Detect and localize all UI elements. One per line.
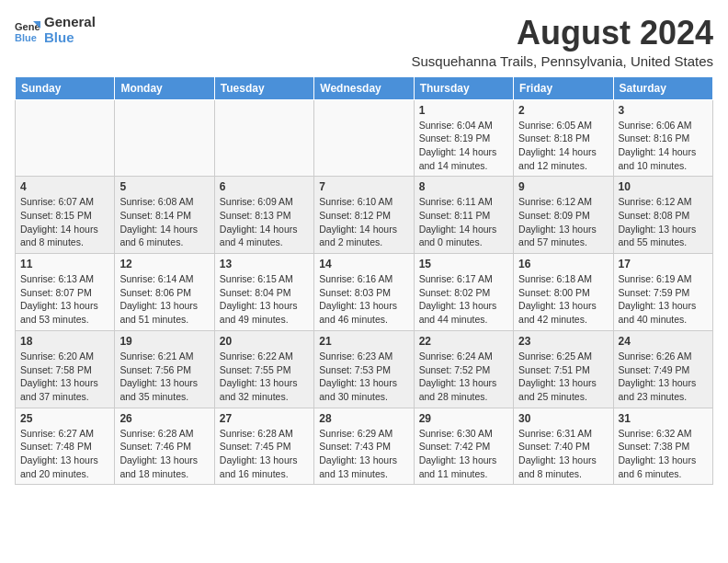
day-cell: 12Sunrise: 6:14 AM Sunset: 8:06 PM Dayli… [115, 254, 214, 331]
day-info: Sunrise: 6:07 AM Sunset: 8:15 PM Dayligh… [20, 195, 109, 249]
day-number: 22 [419, 335, 508, 348]
day-number: 3 [619, 104, 708, 117]
header-cell-sunday: Sunday [16, 76, 115, 99]
day-cell: 24Sunrise: 6:26 AM Sunset: 7:49 PM Dayli… [613, 330, 712, 408]
day-number: 13 [220, 258, 309, 270]
day-info: Sunrise: 6:06 AM Sunset: 8:16 PM Dayligh… [619, 119, 708, 173]
day-cell: 16Sunrise: 6:18 AM Sunset: 8:00 PM Dayli… [514, 254, 613, 331]
day-cell: 30Sunrise: 6:31 AM Sunset: 7:40 PM Dayli… [514, 408, 613, 485]
logo-blue: Blue [44, 30, 96, 46]
calendar-title: August 2024 [411, 15, 713, 52]
day-cell [115, 99, 214, 177]
day-info: Sunrise: 6:04 AM Sunset: 8:19 PM Dayligh… [419, 119, 508, 173]
day-number: 1 [419, 104, 508, 117]
header-cell-saturday: Saturday [613, 76, 712, 99]
day-number: 5 [119, 180, 209, 193]
day-info: Sunrise: 6:05 AM Sunset: 8:18 PM Dayligh… [518, 119, 608, 173]
header-row: SundayMondayTuesdayWednesdayThursdayFrid… [16, 76, 713, 99]
day-number: 10 [619, 180, 708, 193]
day-info: Sunrise: 6:17 AM Sunset: 8:02 PM Dayligh… [419, 272, 508, 327]
day-cell: 21Sunrise: 6:23 AM Sunset: 7:53 PM Dayli… [314, 330, 414, 408]
day-cell: 13Sunrise: 6:15 AM Sunset: 8:04 PM Dayli… [214, 254, 313, 331]
header-cell-wednesday: Wednesday [314, 76, 414, 99]
page-header: General Blue General Blue August 2024 Su… [15, 15, 713, 69]
day-cell: 19Sunrise: 6:21 AM Sunset: 7:56 PM Dayli… [115, 330, 214, 408]
day-info: Sunrise: 6:12 AM Sunset: 8:08 PM Dayligh… [619, 195, 708, 249]
day-number: 26 [119, 412, 209, 425]
week-row-1: 4Sunrise: 6:07 AM Sunset: 8:15 PM Daylig… [16, 177, 713, 254]
day-info: Sunrise: 6:23 AM Sunset: 7:53 PM Dayligh… [319, 350, 408, 404]
calendar-table: SundayMondayTuesdayWednesdayThursdayFrid… [15, 76, 713, 486]
day-number: 28 [319, 412, 408, 425]
day-number: 14 [319, 258, 408, 270]
day-cell: 4Sunrise: 6:07 AM Sunset: 8:15 PM Daylig… [16, 177, 115, 254]
day-number: 15 [419, 258, 508, 270]
day-info: Sunrise: 6:25 AM Sunset: 7:51 PM Dayligh… [518, 350, 608, 404]
day-cell: 14Sunrise: 6:16 AM Sunset: 8:03 PM Dayli… [314, 254, 414, 331]
day-cell: 7Sunrise: 6:10 AM Sunset: 8:12 PM Daylig… [314, 177, 414, 254]
day-info: Sunrise: 6:28 AM Sunset: 7:46 PM Dayligh… [119, 427, 209, 481]
week-row-3: 18Sunrise: 6:20 AM Sunset: 7:58 PM Dayli… [16, 330, 713, 408]
day-number: 27 [220, 412, 309, 425]
day-cell: 15Sunrise: 6:17 AM Sunset: 8:02 PM Dayli… [414, 254, 513, 331]
week-row-0: 1Sunrise: 6:04 AM Sunset: 8:19 PM Daylig… [16, 99, 713, 177]
day-number: 8 [419, 180, 508, 193]
day-info: Sunrise: 6:32 AM Sunset: 7:38 PM Dayligh… [619, 427, 708, 481]
day-info: Sunrise: 6:14 AM Sunset: 8:06 PM Dayligh… [119, 272, 209, 327]
day-cell: 29Sunrise: 6:30 AM Sunset: 7:42 PM Dayli… [414, 408, 513, 485]
logo-icon: General Blue [15, 17, 40, 43]
day-number: 6 [220, 180, 309, 193]
day-number: 31 [619, 412, 708, 425]
logo-general: General [44, 15, 96, 30]
day-info: Sunrise: 6:21 AM Sunset: 7:56 PM Dayligh… [119, 350, 209, 404]
day-info: Sunrise: 6:19 AM Sunset: 7:59 PM Dayligh… [619, 272, 708, 327]
day-info: Sunrise: 6:22 AM Sunset: 7:55 PM Dayligh… [220, 350, 309, 404]
day-cell [16, 99, 115, 177]
day-cell: 22Sunrise: 6:24 AM Sunset: 7:52 PM Dayli… [414, 330, 513, 408]
header-cell-monday: Monday [115, 76, 214, 99]
day-info: Sunrise: 6:09 AM Sunset: 8:13 PM Dayligh… [220, 195, 309, 249]
day-cell: 20Sunrise: 6:22 AM Sunset: 7:55 PM Dayli… [214, 330, 313, 408]
day-info: Sunrise: 6:30 AM Sunset: 7:42 PM Dayligh… [419, 427, 508, 481]
day-cell: 1Sunrise: 6:04 AM Sunset: 8:19 PM Daylig… [414, 99, 513, 177]
header-cell-thursday: Thursday [414, 76, 513, 99]
day-number: 2 [518, 104, 608, 117]
day-cell: 8Sunrise: 6:11 AM Sunset: 8:11 PM Daylig… [414, 177, 513, 254]
title-block: August 2024 Susquehanna Trails, Pennsylv… [411, 15, 713, 69]
day-info: Sunrise: 6:16 AM Sunset: 8:03 PM Dayligh… [319, 272, 408, 327]
day-cell [314, 99, 414, 177]
day-info: Sunrise: 6:28 AM Sunset: 7:45 PM Dayligh… [220, 427, 309, 481]
day-number: 7 [319, 180, 408, 193]
day-cell: 31Sunrise: 6:32 AM Sunset: 7:38 PM Dayli… [613, 408, 712, 485]
day-info: Sunrise: 6:26 AM Sunset: 7:49 PM Dayligh… [619, 350, 708, 404]
day-cell: 28Sunrise: 6:29 AM Sunset: 7:43 PM Dayli… [314, 408, 414, 485]
day-number: 29 [419, 412, 508, 425]
day-info: Sunrise: 6:18 AM Sunset: 8:00 PM Dayligh… [518, 272, 608, 327]
day-number: 20 [220, 335, 309, 348]
day-number: 18 [20, 335, 109, 348]
day-info: Sunrise: 6:13 AM Sunset: 8:07 PM Dayligh… [20, 272, 109, 327]
calendar-body: 1Sunrise: 6:04 AM Sunset: 8:19 PM Daylig… [16, 99, 713, 485]
day-info: Sunrise: 6:20 AM Sunset: 7:58 PM Dayligh… [20, 350, 109, 404]
day-number: 12 [119, 258, 209, 270]
day-cell: 26Sunrise: 6:28 AM Sunset: 7:46 PM Dayli… [115, 408, 214, 485]
week-row-2: 11Sunrise: 6:13 AM Sunset: 8:07 PM Dayli… [16, 254, 713, 331]
day-cell: 23Sunrise: 6:25 AM Sunset: 7:51 PM Dayli… [514, 330, 613, 408]
day-cell: 2Sunrise: 6:05 AM Sunset: 8:18 PM Daylig… [514, 99, 613, 177]
calendar-subtitle: Susquehanna Trails, Pennsylvania, United… [411, 53, 713, 69]
day-cell: 25Sunrise: 6:27 AM Sunset: 7:48 PM Dayli… [16, 408, 115, 485]
day-info: Sunrise: 6:29 AM Sunset: 7:43 PM Dayligh… [319, 427, 408, 481]
day-cell: 5Sunrise: 6:08 AM Sunset: 8:14 PM Daylig… [115, 177, 214, 254]
day-number: 19 [119, 335, 209, 348]
day-number: 24 [619, 335, 708, 348]
day-number: 21 [319, 335, 408, 348]
day-info: Sunrise: 6:11 AM Sunset: 8:11 PM Dayligh… [419, 195, 508, 249]
day-cell: 9Sunrise: 6:12 AM Sunset: 8:09 PM Daylig… [514, 177, 613, 254]
day-number: 23 [518, 335, 608, 348]
day-cell: 27Sunrise: 6:28 AM Sunset: 7:45 PM Dayli… [214, 408, 313, 485]
calendar-header: SundayMondayTuesdayWednesdayThursdayFrid… [16, 76, 713, 99]
svg-text:Blue: Blue [15, 32, 37, 43]
logo: General Blue General Blue [15, 15, 96, 45]
day-cell: 11Sunrise: 6:13 AM Sunset: 8:07 PM Dayli… [16, 254, 115, 331]
week-row-4: 25Sunrise: 6:27 AM Sunset: 7:48 PM Dayli… [16, 408, 713, 485]
